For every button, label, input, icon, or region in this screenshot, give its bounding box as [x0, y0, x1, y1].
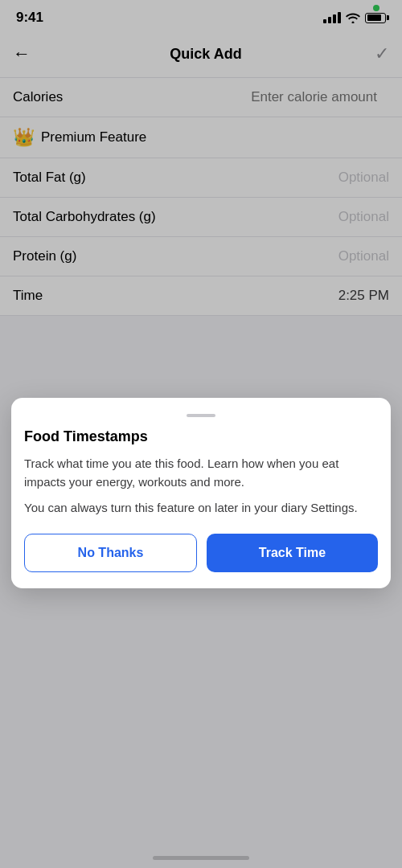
track-time-button[interactable]: Track Time	[207, 534, 378, 572]
food-timestamps-modal: Food Timestamps Track what time you ate …	[11, 398, 391, 588]
modal-overlay: Food Timestamps Track what time you ate …	[0, 0, 402, 868]
modal-note: You can always turn this feature on late…	[24, 499, 378, 518]
modal-title: Food Timestamps	[24, 428, 378, 445]
home-indicator	[153, 856, 249, 860]
modal-buttons: No Thanks Track Time	[24, 534, 378, 572]
modal-body: Track what time you ate this food. Learn…	[24, 455, 378, 491]
drag-handle	[187, 414, 215, 417]
no-thanks-button[interactable]: No Thanks	[24, 534, 197, 572]
